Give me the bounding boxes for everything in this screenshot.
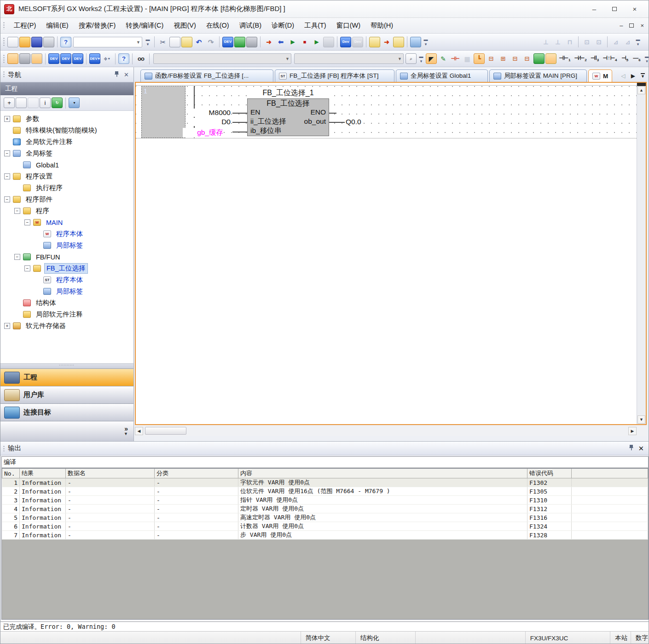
navigation-window-icon[interactable] (7, 53, 18, 64)
nav-splitter-handle[interactable]: '''''''''' (0, 363, 133, 368)
coil-icon[interactable]: ⊣Ⅰ3 (589, 53, 600, 64)
device-display-off-icon[interactable]: Dev (352, 37, 363, 47)
tree-item[interactable]: 局部标签 (0, 240, 133, 251)
print-icon[interactable] (43, 37, 54, 47)
menu-item[interactable]: 视图(V) (168, 20, 201, 31)
tree-expander-icon[interactable]: − (4, 150, 10, 156)
tree-expander-icon[interactable]: − (14, 208, 20, 214)
document-tab[interactable]: 函数/FB标签设置 FB_工位选择 [... (140, 69, 273, 82)
tree-item[interactable]: − FB_工位选择 (0, 263, 133, 274)
ladder-branch-icon[interactable]: ⊥ (540, 37, 551, 47)
copy-icon[interactable] (169, 37, 180, 47)
operand-q0-0[interactable]: Q0.0 (346, 118, 361, 126)
copy-data-icon[interactable] (16, 98, 27, 108)
tree-item[interactable]: − 全局标签 (0, 148, 133, 159)
hscroll-thumb[interactable] (145, 427, 186, 435)
toolbar-overflow-button[interactable]: ▬▾ (635, 37, 641, 47)
tree-item[interactable]: Global1 (0, 159, 133, 171)
nav-close-icon[interactable]: ✕ (124, 71, 129, 78)
statement-edit-icon[interactable] (369, 37, 380, 47)
output-row[interactable]: 4Information--定时器 VAR用 使用0点F1312 (2, 505, 648, 513)
device-test-icon[interactable]: ⊡ (581, 37, 592, 47)
nav-view-button-连接目标[interactable]: 连接目标 (0, 403, 133, 421)
device-comment-find-icon[interactable]: DEV (222, 37, 233, 47)
scroll-up-button[interactable]: ▲ (637, 86, 645, 94)
document-tab[interactable]: 全局标签设置 Global1 (396, 69, 488, 82)
menu-item[interactable]: 工具(T) (299, 20, 331, 31)
device-skip-icon[interactable]: ⊡ (593, 37, 604, 47)
document-tab[interactable]: ST FB_工位选择 [FB] 程序本体 [ST] (275, 69, 394, 82)
data-property-icon[interactable]: i (40, 98, 51, 108)
pin-ib-shift[interactable]: ib_移位串 (250, 126, 281, 136)
device-list-icon[interactable]: DEV (60, 53, 71, 64)
tree-item[interactable]: 局部标签 (0, 286, 133, 297)
tree-expander-icon[interactable]: − (24, 265, 30, 271)
menu-item[interactable]: 诊断(D) (267, 20, 299, 31)
tree-item[interactable]: + 参数 (0, 113, 133, 125)
sort-dropdown-icon[interactable]: ▾ (69, 98, 80, 108)
open-project-icon[interactable] (19, 37, 30, 47)
cross-reference-find-icon[interactable]: oo (135, 53, 146, 64)
tree-item[interactable]: ST 程序本体 (0, 274, 133, 286)
compile-tab-label[interactable]: 编译 (2, 457, 648, 468)
undo-icon[interactable]: ↶ (193, 37, 204, 47)
output-row[interactable]: 1Information--字软元件 VAR用 使用0点F1302 (2, 478, 648, 487)
statement-insert-icon[interactable]: ➜ (381, 37, 392, 47)
nav-view-button-用户库[interactable]: 用户库 (0, 386, 133, 403)
project-combobox[interactable]: ▼ (73, 37, 142, 47)
note-edit-icon[interactable] (393, 37, 404, 47)
maximize-button[interactable] (604, 3, 625, 16)
output-row[interactable]: 6Information--计数器 VAR用 使用0点F1324 (2, 522, 648, 531)
tree-item[interactable]: − FB/FUN (0, 251, 133, 263)
tree-expander-icon[interactable]: − (14, 254, 20, 260)
pin-ob-out[interactable]: ob_out (304, 117, 326, 126)
vertical-line-icon[interactable]: ⊣5 (620, 53, 631, 64)
close-button[interactable]: × (625, 3, 645, 16)
inline-st-icon[interactable]: ⊿ (610, 37, 621, 47)
tree-item[interactable]: 局部软元件注释 (0, 309, 133, 320)
tree-item[interactable]: − 程序 (0, 205, 133, 217)
output-column-header[interactable]: 结果 (20, 468, 66, 478)
output-row[interactable]: 7Information--步 VAR用 使用0点F1328 (2, 531, 648, 540)
toolbar-overflow-button[interactable]: ▬▾ (644, 53, 649, 64)
guided-edit-icon[interactable]: ⊣⊢ (450, 53, 461, 64)
output-pin-icon[interactable] (629, 444, 634, 452)
fb-instance-label[interactable]: FB_工位选择_1 (247, 88, 329, 98)
save-project-icon[interactable] (31, 37, 42, 47)
menu-item[interactable]: 编辑(E) (41, 20, 73, 31)
mdi-close-button[interactable]: × (640, 22, 644, 29)
scroll-right-button[interactable]: ▶ (628, 427, 637, 435)
tab-scroll-right-button[interactable]: ▶ (631, 73, 635, 79)
pin-eno[interactable]: ENO (310, 108, 326, 116)
device-zoom-dropdown-icon[interactable]: ⌖▾ (101, 53, 112, 64)
output-column-header[interactable]: 数据名 (66, 468, 155, 478)
monitor-off-icon[interactable] (323, 37, 334, 47)
device-find-icon[interactable]: DEV (48, 53, 59, 64)
toolbar-overflow-button[interactable]: ▬▾ (418, 53, 424, 64)
output-close-icon[interactable]: ✕ (638, 445, 644, 452)
module-config-icon[interactable] (19, 53, 30, 64)
operand-m8000[interactable]: M8000 (190, 109, 231, 117)
menu-item[interactable]: 窗口(W) (331, 20, 365, 31)
device-display-on-icon[interactable]: Dev (340, 37, 351, 47)
rung-number-box[interactable]: 1 (141, 86, 185, 138)
screen-setting-icon[interactable] (234, 37, 245, 47)
tree-item[interactable]: 执行程序 (0, 182, 133, 194)
output-row[interactable]: 3Information--指针 VAR用 使用0点F1310 (2, 496, 648, 505)
watch-combobox-2[interactable]: ▼ (294, 53, 404, 64)
tree-item[interactable]: + 软元件存储器 (0, 320, 133, 332)
menu-item[interactable]: 在线(O) (201, 20, 234, 31)
tree-item[interactable]: − 程序部件 (0, 194, 133, 205)
vertical-scrollbar[interactable]: ▲ ▼ (637, 83, 646, 424)
output-row[interactable]: 2Information--位软元件 VAR用 使用16点 (范围 M7664 … (2, 487, 648, 496)
monitor-watch-icon[interactable]: ▶ (311, 37, 322, 47)
new-data-icon[interactable]: + (4, 98, 15, 108)
insert-row-icon[interactable]: ⊟ (486, 53, 497, 64)
help2-icon[interactable]: ? (118, 53, 129, 64)
tree-item[interactable]: 全局软元件注释 (0, 136, 133, 148)
interconnect-mode-icon[interactable]: ✎ (438, 53, 449, 64)
tree-expander-icon[interactable]: − (4, 173, 10, 179)
document-find-icon[interactable]: ⌕ (406, 53, 417, 64)
fbd-canvas[interactable]: 1 FB_工位选择_1 FB_工位选择 EN ENO ii_工位选择 ob_ou… (136, 83, 637, 424)
output-row[interactable]: 5Information--高速定时器 VAR用 使用0点F1316 (2, 513, 648, 522)
